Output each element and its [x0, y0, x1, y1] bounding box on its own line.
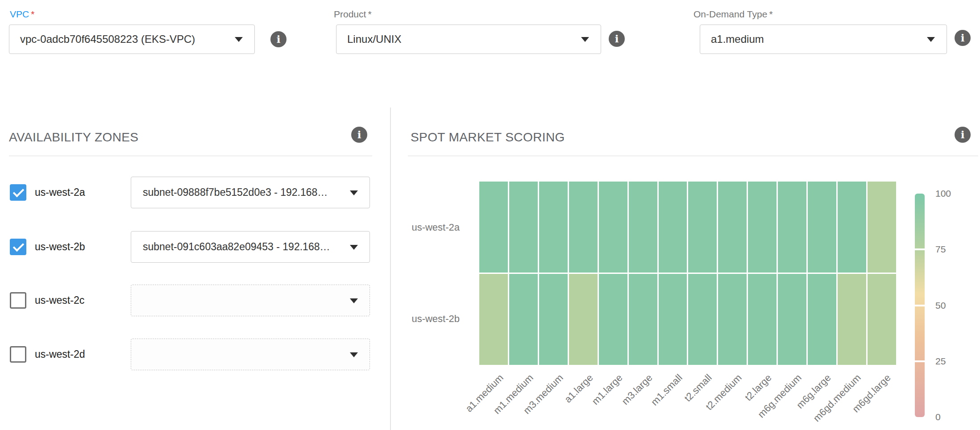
- vpc-select[interactable]: vpc-0adcb70f645508223 (EKS-VPC): [9, 25, 255, 54]
- caret-down-icon: [927, 37, 935, 42]
- heatmap-cell: [868, 274, 896, 365]
- product-label-text: Product: [334, 9, 366, 19]
- heatmap-cell: [808, 182, 836, 273]
- spot-market-scoring-title: SPOT MARKET SCORING: [411, 130, 565, 145]
- heatmap-cell: [688, 182, 717, 273]
- caret-down-icon: [235, 37, 243, 42]
- y-axis-label: us-west-2b: [366, 313, 460, 325]
- heatmap-cell: [748, 274, 777, 365]
- heatmap-cell: [659, 274, 687, 365]
- heatmap-cell: [599, 274, 627, 365]
- heatmap-cell: [748, 182, 777, 273]
- colorbar-tick-gap: [915, 305, 925, 306]
- subnet-select-us-west-2d[interactable]: [131, 339, 370, 370]
- heatmap-cell: [778, 182, 806, 273]
- on-demand-type-label-text: On-Demand Type: [693, 9, 767, 19]
- colorbar-tick-label: 75: [935, 244, 946, 254]
- heatmap-cell: [778, 274, 806, 365]
- availability-zones-info-icon[interactable]: [351, 127, 367, 143]
- subnet-select-us-west-2a[interactable]: subnet-09888f7be5152d0e3 - 192.168…: [131, 177, 370, 208]
- product-label: Product*: [334, 9, 372, 20]
- subnet-select-value: subnet-09888f7be5152d0e3 - 192.168…: [143, 186, 328, 198]
- heatmap-grid: [479, 182, 896, 365]
- vpc-select-value: vpc-0adcb70f645508223 (EKS-VPC): [20, 33, 195, 45]
- on-demand-type-info-icon[interactable]: [955, 30, 971, 46]
- heatmap-cell: [718, 182, 747, 273]
- caret-down-icon: [350, 245, 358, 250]
- heatmap-cell: [509, 274, 538, 365]
- heatmap-cell: [539, 182, 568, 273]
- az-checkbox-us-west-2c[interactable]: [10, 292, 26, 309]
- subnet-select-us-west-2c[interactable]: [131, 285, 370, 316]
- y-axis-label: us-west-2a: [366, 222, 460, 233]
- on-demand-type-select[interactable]: a1.medium: [700, 25, 947, 54]
- az-label: us-west-2b: [35, 231, 85, 263]
- availability-zones-title: AVAILABILITY ZONES: [9, 130, 138, 145]
- heatmap-cell: [838, 274, 866, 365]
- product-select-value: Linux/UNIX: [347, 33, 401, 45]
- az-row-us-west-2c: us-west-2c: [10, 285, 372, 316]
- az-row-us-west-2d: us-west-2d: [10, 339, 372, 370]
- heatmap-cell: [659, 182, 687, 273]
- az-checkbox-us-west-2d[interactable]: [10, 346, 26, 363]
- heatmap-cell: [479, 182, 508, 273]
- caret-down-icon: [350, 352, 358, 357]
- heatmap-cell: [629, 274, 657, 365]
- heatmap-cell: [688, 274, 717, 365]
- required-asterisk: *: [769, 9, 772, 19]
- colorbar-tick-label: 50: [935, 301, 946, 310]
- az-checkbox-us-west-2a[interactable]: [10, 184, 26, 201]
- caret-down-icon: [581, 37, 589, 42]
- product-info-icon[interactable]: [609, 31, 625, 47]
- spot-market-divider: [408, 156, 978, 156]
- heatmap-cell: [569, 182, 598, 273]
- colorbar-tick-gap: [915, 248, 925, 250]
- heatmap-cell: [539, 274, 568, 365]
- colorbar-tick-gap: [915, 360, 925, 362]
- heatmap-cell: [718, 274, 747, 365]
- caret-down-icon: [350, 298, 358, 303]
- required-asterisk: *: [31, 9, 34, 19]
- az-label: us-west-2d: [35, 339, 85, 370]
- heatmap-cell: [509, 182, 538, 273]
- colorbar-tick-label: 25: [935, 356, 946, 366]
- on-demand-type-label: On-Demand Type*: [693, 9, 773, 20]
- panel-divider: [390, 108, 391, 430]
- heatmap-cell: [599, 182, 627, 273]
- availability-zones-divider: [9, 156, 372, 156]
- spot-market-info-icon[interactable]: [955, 127, 971, 143]
- az-row-us-west-2a: us-west-2a subnet-09888f7be5152d0e3 - 19…: [10, 177, 372, 208]
- vpc-label: VPC*: [10, 9, 34, 20]
- heatmap-cell: [868, 182, 896, 273]
- vpc-label-text: VPC: [10, 9, 29, 19]
- caret-down-icon: [350, 190, 358, 195]
- heatmap-cell: [479, 274, 508, 365]
- required-asterisk: *: [368, 9, 371, 19]
- heatmap-cell: [569, 274, 598, 365]
- subnet-select-value: subnet-091c603aa82e09453 - 192.168…: [143, 241, 330, 253]
- heatmap-cell: [808, 274, 836, 365]
- az-label: us-west-2c: [35, 285, 84, 316]
- colorbar-tick-label: 0: [935, 412, 941, 422]
- vpc-info-icon[interactable]: [270, 31, 287, 47]
- az-checkbox-us-west-2b[interactable]: [10, 239, 26, 255]
- product-select[interactable]: Linux/UNIX: [336, 25, 601, 54]
- az-label: us-west-2a: [35, 177, 85, 208]
- on-demand-type-select-value: a1.medium: [711, 33, 764, 45]
- colorbar-tick-label: 100: [935, 189, 951, 198]
- heatmap-cell: [838, 182, 866, 273]
- subnet-select-us-west-2b[interactable]: subnet-091c603aa82e09453 - 192.168…: [131, 231, 370, 263]
- heatmap-cell: [629, 182, 657, 273]
- az-row-us-west-2b: us-west-2b subnet-091c603aa82e09453 - 19…: [10, 231, 372, 263]
